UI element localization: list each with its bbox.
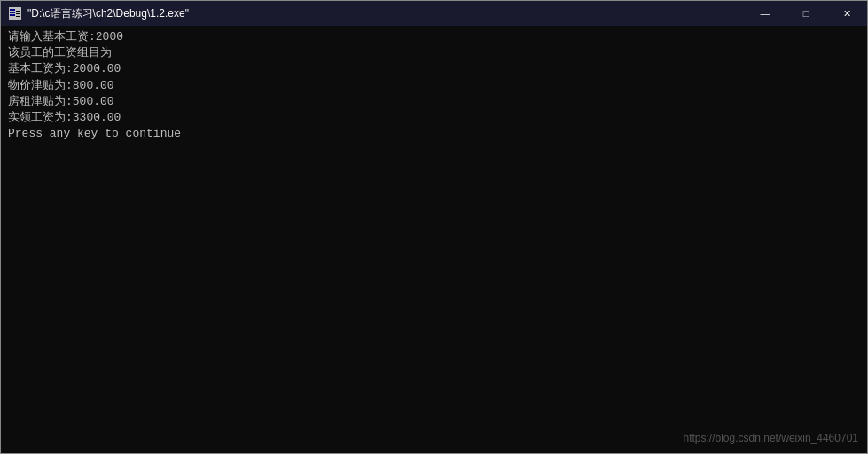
window-controls: — □ ✕: [745, 1, 867, 26]
console-window: "D:\c语言练习\ch2\Debug\1.2.exe" — □ ✕ 请输入基本…: [0, 0, 868, 454]
watermark-text: https://blog.csdn.net/weixin_4460701: [684, 432, 858, 444]
svg-rect-4: [16, 11, 20, 12]
console-output: 请输入基本工资:2000 该员工的工资组目为 基本工资为:2000.00 物价津…: [1, 26, 867, 453]
title-bar: "D:\c语言练习\ch2\Debug\1.2.exe" — □ ✕: [1, 1, 867, 26]
svg-rect-5: [16, 13, 20, 14]
window-title: "D:\c语言练习\ch2\Debug\1.2.exe": [27, 6, 860, 21]
svg-rect-6: [16, 16, 20, 17]
minimize-button[interactable]: —: [745, 1, 786, 26]
svg-rect-1: [10, 9, 15, 11]
cmd-icon: [8, 6, 22, 20]
svg-rect-3: [10, 14, 15, 16]
svg-rect-2: [10, 12, 15, 13]
maximize-button[interactable]: □: [786, 1, 826, 26]
close-button[interactable]: ✕: [826, 1, 867, 26]
console-lines: 请输入基本工资:2000 该员工的工资组目为 基本工资为:2000.00 物价津…: [8, 29, 860, 142]
